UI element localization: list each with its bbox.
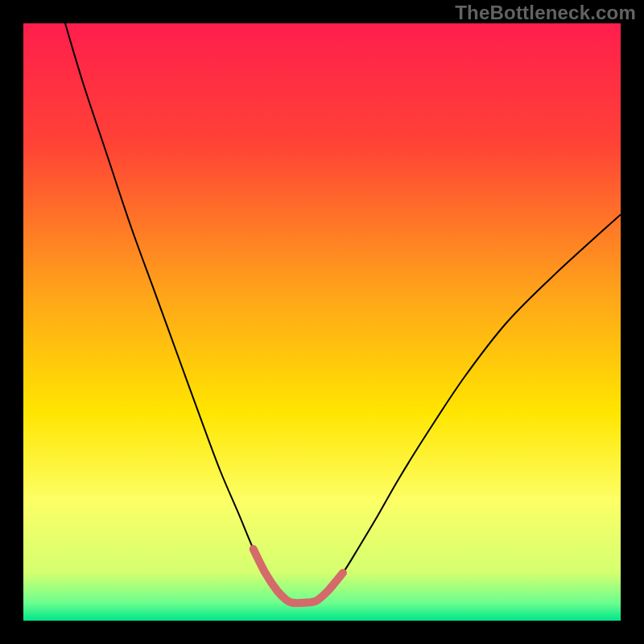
bottleneck-chart — [23, 23, 621, 621]
watermark-text: TheBottleneck.com — [455, 2, 636, 24]
chart-frame: TheBottleneck.com — [0, 0, 644, 644]
gradient-background — [23, 23, 621, 621]
plot-area — [23, 23, 621, 621]
